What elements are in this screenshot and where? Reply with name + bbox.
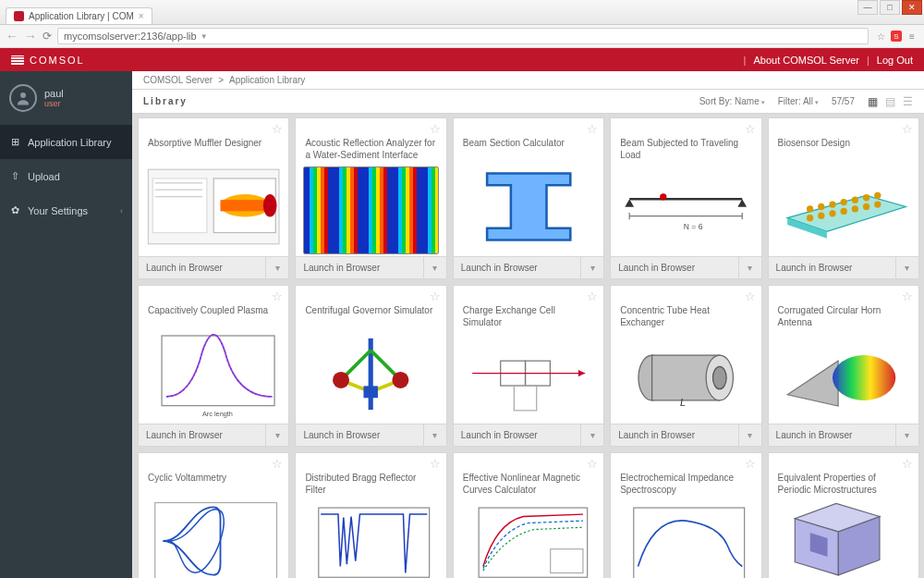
user-name: paul [44,88,64,99]
favorite-icon[interactable]: ☆ [902,457,913,471]
brand-logo[interactable]: COMSOL [11,55,85,66]
favorite-icon[interactable]: ☆ [745,122,756,136]
favorite-icon[interactable]: ☆ [430,122,441,136]
launch-button[interactable]: Launch in Browser [296,256,423,278]
card-thumbnail[interactable] [139,157,288,256]
card-grid-scroll[interactable]: ☆ Absorptive Muffler Designer Launch in … [132,117,924,578]
item-count: 57/57 [832,96,855,106]
card-menu-icon[interactable]: ▾ [424,424,446,446]
browser-tab[interactable]: Application Library | COM × [6,7,152,24]
launch-button[interactable]: Launch in Browser [611,256,738,278]
card-title: Beam Section Calculator [454,118,603,157]
card-title: Charge Exchange Cell Simulator [454,286,603,332]
card-thumbnail[interactable] [611,499,760,578]
tab-title: Application Library | COM [29,11,134,21]
sidebar-item-upload[interactable]: ⇧ Upload [0,159,132,193]
card-thumbnail[interactable] [454,499,603,578]
sidebar-item-application-library[interactable]: ⊞ Application Library [0,125,132,159]
card-menu-icon[interactable]: ▾ [266,424,288,446]
card-menu-icon[interactable]: ▾ [424,256,446,278]
launch-button[interactable]: Launch in Browser [296,424,423,446]
card-thumbnail[interactable]: L [611,332,760,424]
tile-view-icon[interactable]: ▤ [885,95,895,108]
card-thumbnail[interactable]: N = 6 [611,165,760,256]
card-thumbnail[interactable] [139,492,288,578]
card-menu-icon[interactable]: ▾ [266,256,288,278]
card-thumbnail[interactable]: Arc length [139,325,288,424]
card-menu-icon[interactable]: ▾ [739,424,761,446]
breadcrumb-root[interactable]: COMSOL Server [143,75,213,85]
launch-button[interactable]: Launch in Browser [769,256,896,278]
favorite-icon[interactable]: ☆ [272,122,283,136]
filter-dropdown[interactable]: Filter: All [778,96,819,106]
bookmark-icon[interactable]: ☆ [874,30,887,43]
reload-icon[interactable]: ⟳ [43,30,52,43]
favorite-icon[interactable]: ☆ [272,457,283,471]
user-role: user [44,99,64,108]
launch-button[interactable]: Launch in Browser [139,424,266,446]
card-title: Concentric Tube Heat Exchanger [611,286,760,332]
launch-button[interactable]: Launch in Browser [454,256,581,278]
menu-icon[interactable]: ≡ [906,30,918,43]
svg-point-55 [833,355,895,400]
card-thumbnail[interactable] [296,325,445,424]
favorite-icon[interactable]: ☆ [587,122,598,136]
window-maximize-icon[interactable]: □ [880,0,900,15]
extension-icon[interactable]: S [891,31,902,42]
browser-tab-strip: Application Library | COM × — □ ✕ [0,0,924,25]
card-thumbnail[interactable]: Vacuum wavelength (nm) [296,499,445,578]
card-menu-icon[interactable]: ▾ [896,424,918,446]
favorite-icon[interactable]: ☆ [587,289,598,303]
launch-button[interactable]: Launch in Browser [611,424,738,446]
svg-rect-61 [634,508,745,578]
logo-icon [11,55,24,65]
favorite-icon[interactable]: ☆ [745,289,756,303]
sort-dropdown[interactable]: Sort By: Name [699,96,765,106]
breadcrumb: COMSOL Server > Application Library [132,71,924,90]
svg-marker-11 [626,199,635,207]
card-menu-icon[interactable]: ▾ [581,424,603,446]
card-thumbnail[interactable] [454,157,603,256]
about-link[interactable]: About COMSOL Server [753,55,859,66]
favorite-icon[interactable]: ☆ [272,289,283,303]
card-title: Cyclic Voltammetry [139,453,288,492]
url-input[interactable]: mycomsolserver:2136/app-lib ▼ [57,28,869,44]
sidebar-item-your-settings[interactable]: ✿ Your Settings ‹ [0,193,132,228]
card-menu-icon[interactable]: ▾ [581,256,603,278]
card-thumbnail[interactable] [769,157,918,256]
card-thumbnail[interactable] [769,332,918,424]
svg-point-31 [851,205,857,212]
favorite-icon[interactable]: ☆ [902,122,913,136]
favorite-icon[interactable]: ☆ [902,289,913,303]
window-close-icon[interactable]: ✕ [902,0,922,15]
svg-text:N = 6: N = 6 [684,222,703,231]
user-block[interactable]: paul user [0,71,132,125]
card-thumbnail[interactable] [769,499,918,578]
list-view-icon[interactable]: ☰ [903,95,913,108]
card-title: Effective Nonlinear Magnetic Curves Calc… [454,453,603,499]
back-icon[interactable]: ← [6,29,18,43]
forward-icon: → [24,29,37,43]
card-menu-icon[interactable]: ▾ [739,256,761,278]
favorite-icon[interactable]: ☆ [587,457,598,471]
launch-button[interactable]: Launch in Browser [454,424,581,446]
favorite-icon[interactable]: ☆ [745,457,756,471]
logout-link[interactable]: Log Out [877,55,913,66]
card-title: Acoustic Reflection Analyzer for a Water… [296,118,445,165]
svg-marker-54 [787,361,838,406]
window-minimize-icon[interactable]: — [857,0,878,15]
launch-button[interactable]: Launch in Browser [139,256,266,278]
favorite-icon[interactable]: ☆ [430,289,441,303]
brand-text: COMSOL [30,55,85,66]
launch-button[interactable]: Launch in Browser [769,424,896,446]
url-dropdown-icon[interactable]: ▼ [201,32,208,41]
tab-close-icon[interactable]: × [139,11,144,21]
app-card: ☆ Biosensor Design Launch in Browser ▾ [768,117,919,279]
grid-view-icon[interactable]: ▦ [868,95,878,108]
card-thumbnail[interactable] [296,165,445,256]
card-menu-icon[interactable]: ▾ [896,256,918,278]
content-area: COMSOL Server > Application Library Libr… [132,71,924,578]
sidebar: paul user ⊞ Application Library ⇧ Upload… [0,71,132,578]
favorite-icon[interactable]: ☆ [430,457,441,471]
card-thumbnail[interactable] [454,332,603,424]
